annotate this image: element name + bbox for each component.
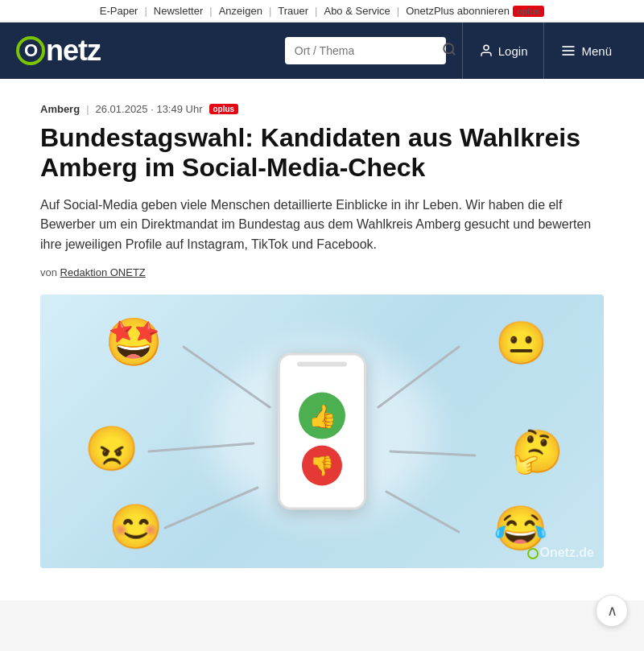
article-meta: Amberg | 26.01.2025 · 13:49 Uhr oplus <box>40 103 604 115</box>
nav-newsletter[interactable]: Newsletter <box>154 5 203 17</box>
author-prefix: von <box>40 266 57 278</box>
image-scene: 👍 👎 🤩 😠 😊 😐 🤔 😂 Onetz.de <box>40 295 604 568</box>
logo-netz: netz <box>46 34 101 68</box>
site-logo[interactable]: O netz <box>16 34 101 68</box>
article-content: Amberg | 26.01.2025 · 13:49 Uhr oplus Bu… <box>16 87 628 592</box>
article-image: 👍 👎 🤩 😠 😊 😐 🤔 😂 Onetz.de <box>40 295 604 568</box>
login-label: Login <box>498 44 528 58</box>
emoji-angry: 😠 <box>85 423 138 474</box>
emoji-star: 🤩 <box>105 315 163 369</box>
emoji-neutral: 😐 <box>495 319 547 368</box>
search-box[interactable] <box>285 37 446 64</box>
user-icon <box>479 43 493 58</box>
onetzplus-badge: oplus <box>513 6 544 17</box>
header-actions: Login Menü <box>462 23 628 79</box>
article-plus-badge: oplus <box>209 104 239 114</box>
author-link[interactable]: Redaktion ONETZ <box>60 266 146 278</box>
article-author: von Redaktion ONETZ <box>40 266 604 278</box>
top-nav: E-Paper | Newsletter | Anzeigen | Trauer… <box>0 0 644 23</box>
nav-epaper[interactable]: E-Paper <box>100 5 138 17</box>
login-button[interactable]: Login <box>462 23 544 79</box>
menu-label: Menü <box>581 44 612 58</box>
article-date: 26.01.2025 · 13:49 Uhr <box>96 103 203 115</box>
nav-abo-service[interactable]: Abo & Service <box>324 5 390 17</box>
thumbs-down-icon: 👎 <box>302 446 342 486</box>
nav-onetzplus[interactable]: OnetzPlus abonnieren <box>406 5 510 17</box>
article-summary: Auf Social-Media geben viele Menschen de… <box>40 196 604 255</box>
nav-anzeigen[interactable]: Anzeigen <box>219 5 262 17</box>
search-icon <box>442 42 456 60</box>
emoji-smile: 😊 <box>109 501 163 552</box>
nav-trauer[interactable]: Trauer <box>278 5 308 17</box>
thumbs-up-icon: 👍 <box>299 393 345 439</box>
article-title: Bundestagswahl: Kandidaten aus Wahlkreis… <box>40 123 604 183</box>
svg-line-11 <box>386 492 459 532</box>
phone-graphic: 👍 👎 <box>278 352 366 509</box>
menu-button[interactable]: Menü <box>543 23 628 79</box>
hamburger-icon <box>560 43 576 59</box>
svg-line-1 <box>452 52 454 54</box>
emoji-think: 🤔 <box>511 427 564 476</box>
article-location: Amberg <box>40 103 80 115</box>
image-watermark: Onetz.de <box>527 546 594 560</box>
svg-point-2 <box>484 45 489 50</box>
search-input[interactable] <box>295 44 436 57</box>
logo-o-circle: O <box>16 36 45 65</box>
site-header: O netz Login Menü <box>0 23 644 79</box>
